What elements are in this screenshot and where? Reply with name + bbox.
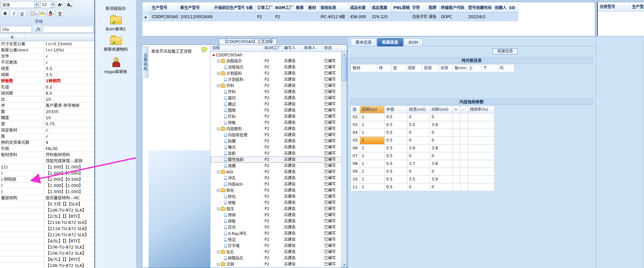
table-column-header[interactable]: 顶铜 <box>406 64 422 72</box>
etch-cell-linewidth[interactable]: 3.6 <box>407 145 430 152</box>
scroll-down-button[interactable] <box>342 262 347 268</box>
sheet-row[interactable]: 11) 【1.000】【1.000】 <box>0 164 94 170</box>
etch-row[interactable]: 11 1 0.5 0 0 <box>351 183 494 191</box>
table-column-header[interactable]: 上 <box>467 64 481 72</box>
tree-row[interactable]: 树脂钻孔 P2 吕建会 已编写 <box>210 255 347 261</box>
sheet-row[interactable]: 板厚公差(mm) (+/-10%) <box>0 47 94 53</box>
etch-cell-residual[interactable] <box>468 121 494 129</box>
etch-row[interactable]: 08 1 0.5 3.7 3.8 <box>351 160 494 168</box>
etch-row[interactable]: 04 1 0.5 0 0 <box>351 129 494 137</box>
grid-cell[interactable] <box>294 12 307 21</box>
etch-cell-copper[interactable]: 1 <box>360 121 385 129</box>
tree-row[interactable]: 冲孔 P2 吕建会 已编写 <box>210 175 347 181</box>
shortcut-item[interactable]: Bom查询2 <box>96 17 136 32</box>
shortcut-item[interactable]: 预审关键物料 <box>96 37 136 52</box>
etch-cell-plus[interactable] <box>453 129 460 137</box>
etch-cell-plus[interactable] <box>453 113 460 121</box>
detail-tab[interactable]: 拓展信息 <box>377 38 403 46</box>
etch-cell-compensation[interactable]: 0.5 <box>385 145 407 152</box>
etch-cell-minus[interactable] <box>460 129 468 137</box>
scroll-up-button[interactable] <box>342 52 347 57</box>
etch-cell-gap[interactable]: 0 <box>430 137 453 145</box>
etch-cell-minus[interactable] <box>460 168 468 176</box>
collapse-icon[interactable] <box>217 60 220 63</box>
grid-cell[interactable]: 2022/6/2 <box>467 12 493 21</box>
etch-cell-residual[interactable] <box>468 129 494 137</box>
formula-bar[interactable] <box>43 26 94 33</box>
etch-row[interactable]: 06 1 0.5 3.6 3.8 <box>351 145 494 152</box>
collapse-icon[interactable] <box>217 189 220 192</box>
etch-row[interactable]: 03 1 0.5 3.5 3.9 <box>351 121 494 129</box>
etch-cell-layer[interactable]: 07 <box>351 152 360 160</box>
table-column-header[interactable]: + <box>453 106 460 113</box>
grid-column-header[interactable]: BOM工厂 <box>274 3 294 12</box>
etch-cell-plus[interactable] <box>453 152 460 160</box>
grid-cell[interactable] <box>307 12 319 21</box>
process-title-tab[interactable]: 【CDOPC005A0】工艺流程 <box>219 39 277 45</box>
table-column-header[interactable]: 板材 <box>351 64 377 72</box>
tree-row[interactable]: 计划投料 P2 吕建会 已编写 <box>210 76 347 83</box>
grid-cell[interactable]: DOPC <box>439 12 467 21</box>
scrollbar-thumb[interactable] <box>342 58 347 81</box>
table-column-header[interactable]: 含铜 <box>439 64 453 72</box>
collapse-icon[interactable] <box>217 263 220 266</box>
grid-cell[interactable]: CDOPC005A0 <box>150 12 179 21</box>
tree-row[interactable]: 酸性蚀刻 P2 吕建会 已编写 <box>210 157 347 163</box>
grid-cell[interactable] <box>213 12 244 21</box>
grid-column-header[interactable]: 合拼型号 <box>598 2 630 11</box>
etch-cell-gap[interactable]: 3.9 <box>430 176 453 183</box>
sheet-row[interactable]: 数 20335 <box>0 109 94 115</box>
etch-cell-compensation[interactable]: 0.5 <box>385 121 407 129</box>
etch-cell-copper[interactable]: 1 <box>360 152 385 160</box>
tree-row[interactable]: 烘板 P2 吕建会 已编写 <box>210 200 347 206</box>
table-column-header[interactable]: 纬 <box>377 64 391 72</box>
fill-color-button[interactable] <box>39 10 47 17</box>
etch-cell-minus[interactable] <box>460 137 468 145</box>
tree-row[interactable]: X-Ray冲孔 P2 吕建会 已编写 <box>210 230 347 237</box>
etch-cell-linewidth[interactable]: 0 <box>407 183 430 191</box>
grid-column-header[interactable]: 成品宽度 <box>370 3 392 12</box>
tree-row[interactable]: 棕化 P2 吕建会 已编写 <box>210 193 347 200</box>
table-column-header[interactable]: 线宽(mil) <box>407 106 430 113</box>
table-column-header[interactable]: 残铜率(%) <box>468 106 494 113</box>
etch-cell-gap[interactable]: 0 <box>430 152 453 160</box>
etch-cell-layer[interactable]: 08 <box>351 160 360 168</box>
tree-row[interactable]: 铣边 P2 吕建会 已编写 <box>210 237 347 243</box>
grid-column-header[interactable]: 板材 <box>307 3 319 12</box>
tree-row[interactable]: 沉铜 P2 吕建会 已编写 <box>210 261 347 267</box>
sheet-row[interactable]: 尺寸长宽公差 (+/-0.15mm) <box>0 41 94 47</box>
etch-cell-gap[interactable]: 3.8 <box>430 145 453 152</box>
borders-button[interactable] <box>30 10 38 17</box>
collapse-icon[interactable] <box>217 84 220 87</box>
table-column-header[interactable]: 间距(mil) <box>430 106 453 113</box>
etch-cell-copper[interactable]: 1 <box>360 113 385 121</box>
etch-cell-residual[interactable] <box>468 137 494 145</box>
etch-cell-compensation[interactable]: 0.5 <box>385 183 407 191</box>
tree-column-header[interactable]: 核审人 <box>302 45 322 52</box>
etch-cell-compensation[interactable]: 0.5 <box>385 113 407 121</box>
grid-cell[interactable] <box>507 12 518 21</box>
table-column-header[interactable]: 下 <box>481 64 498 72</box>
etch-cell-residual[interactable] <box>468 176 494 183</box>
sheet-row[interactable]: 【106-TU-872 SLK】 <box>0 244 94 251</box>
etch-cell-minus[interactable] <box>460 121 468 129</box>
etch-cell-compensation[interactable]: 0.5 <box>385 168 407 176</box>
grid-cell[interactable] <box>392 12 411 21</box>
grid-column-header[interactable]: 新生产型号 <box>179 3 213 12</box>
tree-row[interactable]: 烘板 P2 吕建会 已编写 <box>210 120 347 126</box>
grid-column-header[interactable]: 订单工厂 <box>255 3 274 12</box>
grid-cell[interactable] <box>493 12 507 21</box>
sheet-row[interactable]: 【0.33】【】【SLK】 <box>0 201 94 207</box>
sheet-row[interactable]: 【4/5L】【】【RTF】 <box>0 238 94 244</box>
grid-column-header[interactable]: 升级前旧生产型号 <box>213 3 244 12</box>
tree-row[interactable]: AOI P2 吕建会 已编写 <box>210 169 347 175</box>
grid-column-header[interactable]: 验收标准 <box>319 3 348 12</box>
etch-cell-linewidth[interactable]: 0 <box>407 137 430 145</box>
sheet-row[interactable]: 线间距 6.5 <box>0 90 94 97</box>
grid-cell[interactable]: 绿色 <box>427 12 439 21</box>
etch-cell-linewidth[interactable]: 0 <box>407 129 430 137</box>
tree-row[interactable]: 层压 P2 吕建会 已编写 <box>210 206 347 212</box>
sheet-row[interactable]: 【106-TU-872 SLK】 <box>0 251 94 257</box>
shortcut-item[interactable]: Hope单审核 <box>96 57 136 75</box>
table-column-header[interactable]: 均 <box>498 64 514 72</box>
